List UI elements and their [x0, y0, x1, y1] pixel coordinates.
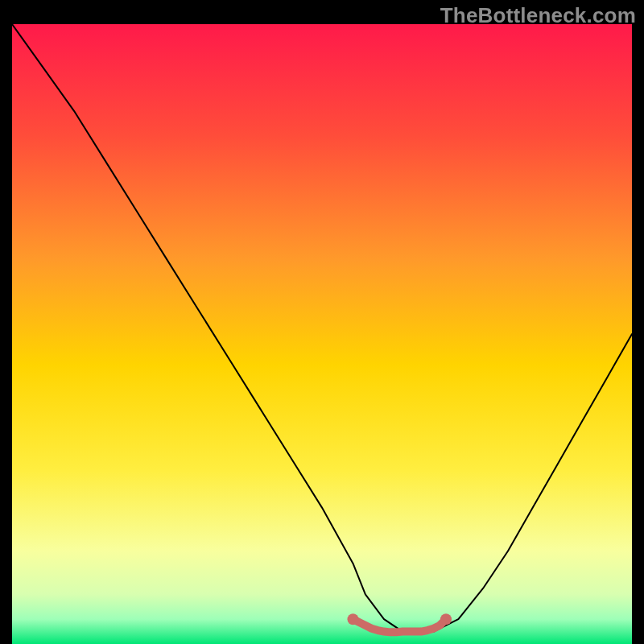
highlight-endpoint	[348, 613, 359, 625]
gradient-background	[12, 24, 632, 644]
watermark-text: TheBottleneck.com	[440, 3, 636, 28]
highlight-endpoint	[440, 613, 452, 625]
bottleneck-chart	[12, 24, 632, 644]
